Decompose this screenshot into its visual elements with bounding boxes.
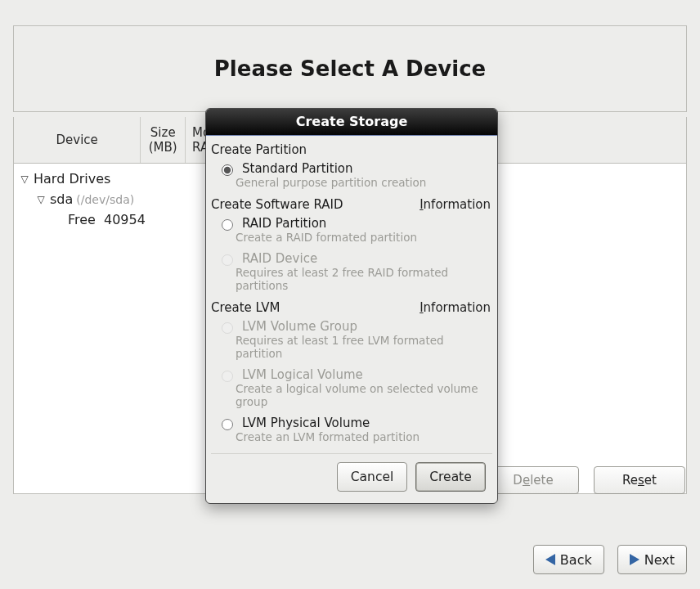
dialog-body: Create Partition Standard Partition Gene…	[206, 136, 497, 503]
section-create-raid: Create Software RAID Information	[211, 194, 492, 214]
radio-raid-partition[interactable]	[222, 219, 233, 231]
option-raid-partition[interactable]: RAID Partition	[211, 214, 492, 231]
option-lvm-lv: LVM Logical Volume	[211, 365, 492, 382]
radio-raid-device	[222, 254, 233, 266]
section-create-lvm: Create LVM Information	[211, 297, 492, 317]
desc-lvm-pv: Create an LVM formated partition	[211, 430, 492, 448]
back-button[interactable]: Back	[533, 545, 604, 574]
radio-standard-partition[interactable]	[222, 164, 233, 176]
device-path: (/dev/sda)	[76, 193, 134, 206]
desc-standard-partition: General purpose partition creation	[211, 176, 492, 194]
tree-label: Hard Drives	[34, 171, 110, 187]
dialog-separator	[211, 453, 492, 454]
delete-button[interactable]: Delete	[487, 466, 579, 494]
col-device[interactable]: Device	[14, 117, 141, 163]
page-title: Please Select A Device	[214, 56, 486, 81]
option-raid-device: RAID Device	[211, 249, 492, 266]
desc-raid-partition: Create a RAID formated partition	[211, 231, 492, 249]
chevron-down-icon: ▽	[19, 173, 30, 185]
option-standard-partition[interactable]: Standard Partition	[211, 159, 492, 176]
desc-lvm-vg: Requires at least 1 free LVM formated pa…	[211, 334, 492, 365]
tree-label: sda	[50, 191, 73, 207]
col-size-line1: Size	[150, 125, 176, 140]
header-box: Please Select A Device	[13, 25, 687, 112]
arrow-left-icon	[545, 554, 555, 565]
create-storage-dialog: Create Storage Create Partition Standard…	[205, 108, 498, 504]
lvm-information-link[interactable]: Information	[420, 300, 491, 315]
arrow-right-icon	[630, 554, 639, 565]
reset-button[interactable]: Reset	[594, 466, 685, 494]
dialog-title: Create Storage	[206, 109, 497, 136]
dialog-actions: Cancel Create	[211, 462, 492, 501]
chevron-down-icon: ▽	[35, 194, 47, 205]
radio-lvm-vg	[222, 322, 233, 334]
col-size-line2: (MB)	[149, 140, 177, 155]
option-lvm-pv[interactable]: LVM Physical Volume	[211, 413, 492, 430]
radio-lvm-pv[interactable]	[222, 419, 233, 430]
cancel-button[interactable]: Cancel	[337, 462, 407, 492]
free-size: 40954	[104, 212, 146, 227]
raid-information-link[interactable]: Information	[420, 197, 491, 212]
section-create-partition: Create Partition	[211, 139, 492, 159]
desc-lvm-lv: Create a logical volume on selected volu…	[211, 382, 492, 413]
option-lvm-vg: LVM Volume Group	[211, 317, 492, 334]
col-size[interactable]: Size (MB)	[141, 117, 186, 163]
desc-raid-device: Requires at least 2 free RAID formated p…	[211, 266, 492, 297]
create-button[interactable]: Create	[415, 462, 486, 492]
nav-row: Back Next	[533, 545, 687, 574]
next-button[interactable]: Next	[617, 545, 687, 574]
tree-label: Free	[68, 212, 96, 227]
radio-lvm-lv	[222, 371, 233, 382]
